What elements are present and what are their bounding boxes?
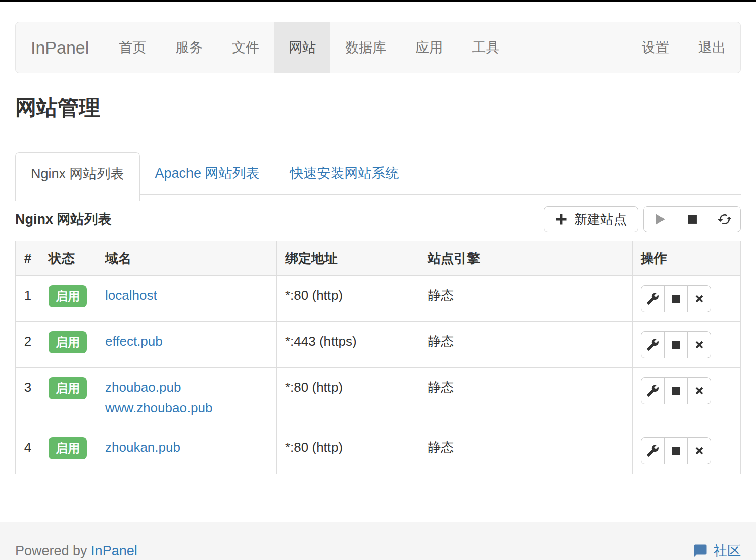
stop-icon [670, 445, 682, 457]
delete-site-button[interactable] [687, 377, 711, 404]
status-badge: 启用 [49, 331, 87, 353]
row-action-group [641, 331, 711, 358]
table-row: 1启用localhost*:80 (http)静态 [16, 276, 741, 322]
status-badge: 启用 [49, 377, 87, 399]
chat-bubble-icon [693, 543, 708, 558]
modify-site-button[interactable] [641, 331, 665, 358]
delete-site-button[interactable] [687, 331, 711, 358]
status-badge: 启用 [49, 285, 87, 307]
row-engine: 静态 [419, 322, 633, 368]
column-header: 操作 [633, 241, 741, 276]
stop-icon [670, 339, 682, 351]
stop-site-button[interactable] [664, 331, 688, 358]
nav-item-link[interactable]: 应用 [401, 22, 457, 73]
community-link[interactable]: 社区 [693, 542, 741, 560]
stop-site-button[interactable] [664, 437, 688, 464]
footer: Powered by InPanel 社区 [0, 522, 756, 560]
start-service-button[interactable] [643, 206, 676, 232]
refresh-icon [717, 212, 732, 227]
panel-header: Nginx 网站列表 新建站点 [15, 206, 741, 232]
inpanel-footer-link[interactable]: InPanel [91, 543, 137, 558]
table-header-row: #状态域名绑定地址站点引擎操作 [16, 241, 741, 276]
nav-item-服务: 服务 [161, 22, 217, 73]
domain-link[interactable]: zhoukan.pub [105, 437, 268, 458]
table-row: 3启用zhoubao.pubwww.zhoubao.pub*:80 (http)… [16, 368, 741, 428]
delete-x-icon [693, 293, 705, 305]
delete-x-icon [693, 445, 705, 457]
delete-x-icon [693, 385, 705, 397]
nav-item-工具: 工具 [457, 22, 514, 73]
nav-item-link[interactable]: 网站 [274, 22, 330, 73]
nav-item-文件: 文件 [217, 22, 274, 73]
stop-site-button[interactable] [664, 377, 688, 404]
nav-item-网站: 网站 [274, 22, 330, 73]
domain-link[interactable]: zhoubao.pub [105, 377, 268, 398]
modify-site-button[interactable] [641, 437, 665, 464]
wrench-icon [646, 338, 659, 351]
nav-item-数据库: 数据库 [330, 22, 401, 73]
toolbar: 新建站点 [544, 206, 741, 232]
domain-link[interactable]: effect.pub [105, 331, 268, 352]
stop-icon [670, 293, 682, 305]
refresh-button[interactable] [708, 206, 741, 232]
tab-Apache 网站列表[interactable]: Apache 网站列表 [140, 152, 275, 195]
row-binding: *:80 (http) [277, 428, 419, 474]
modify-site-button[interactable] [641, 377, 665, 404]
nav-item-link[interactable]: 数据库 [330, 22, 401, 73]
row-actions-cell [633, 322, 741, 368]
row-domains-cell: localhost [97, 276, 277, 322]
navbar-menu: 首页服务文件网站数据库应用工具 [104, 22, 514, 73]
nav-item-link[interactable]: 设置 [627, 22, 684, 73]
row-action-group [641, 437, 711, 464]
tab-Nginx 网站列表[interactable]: Nginx 网站列表 [15, 152, 140, 201]
row-actions-cell [633, 276, 741, 322]
stop-site-button[interactable] [664, 285, 688, 312]
row-status-cell: 启用 [40, 428, 97, 474]
site-table-body: 1启用localhost*:80 (http)静态2启用effect.pub*:… [16, 276, 741, 474]
row-binding: *:80 (http) [277, 276, 419, 322]
new-site-button[interactable]: 新建站点 [544, 206, 638, 232]
row-domains-cell: zhoukan.pub [97, 428, 277, 474]
navbar: InPanel 首页服务文件网站数据库应用工具 设置退出 [15, 22, 741, 73]
column-header: 绑定地址 [277, 241, 419, 276]
wrench-icon [646, 444, 659, 457]
service-button-group [643, 206, 741, 232]
row-binding: *:443 (https) [277, 322, 419, 368]
brand-link[interactable]: InPanel [16, 22, 104, 73]
row-engine: 静态 [419, 276, 633, 322]
stop-icon [686, 213, 699, 226]
status-badge: 启用 [49, 437, 87, 459]
nav-item-退出: 退出 [684, 22, 740, 73]
domain-link[interactable]: localhost [105, 285, 268, 306]
row-index: 4 [16, 428, 40, 474]
powered-by-label: Powered by [15, 543, 87, 558]
nav-item-link[interactable]: 首页 [104, 22, 161, 73]
modify-site-button[interactable] [641, 285, 665, 312]
domain-link[interactable]: www.zhoubao.pub [105, 398, 268, 418]
row-status-cell: 启用 [40, 368, 97, 428]
tab-快速安装网站系统[interactable]: 快速安装网站系统 [275, 152, 414, 195]
table-row: 2启用effect.pub*:443 (https)静态 [16, 322, 741, 368]
community-label: 社区 [714, 542, 741, 560]
site-table: #状态域名绑定地址站点引擎操作 1启用localhost*:80 (http)静… [15, 241, 741, 474]
tab-bar: Nginx 网站列表Apache 网站列表快速安装网站系统 [15, 152, 741, 195]
delete-site-button[interactable] [687, 285, 711, 312]
wrench-icon [646, 384, 659, 397]
nav-item-link[interactable]: 工具 [457, 22, 514, 73]
row-status-cell: 启用 [40, 322, 97, 368]
panel-title: Nginx 网站列表 [15, 210, 112, 228]
delete-site-button[interactable] [687, 437, 711, 464]
top-strip [0, 0, 756, 2]
nav-item-link[interactable]: 退出 [684, 22, 740, 73]
stop-service-button[interactable] [676, 206, 708, 232]
row-status-cell: 启用 [40, 276, 97, 322]
nav-item-首页: 首页 [104, 22, 161, 73]
navbar-spacer [514, 22, 627, 73]
nav-item-link[interactable]: 文件 [217, 22, 274, 73]
nav-item-link[interactable]: 服务 [161, 22, 217, 73]
row-action-group [641, 377, 711, 404]
wrench-icon [646, 292, 659, 305]
row-action-group [641, 285, 711, 312]
column-header: 域名 [97, 241, 277, 276]
row-binding: *:80 (http) [277, 368, 419, 428]
